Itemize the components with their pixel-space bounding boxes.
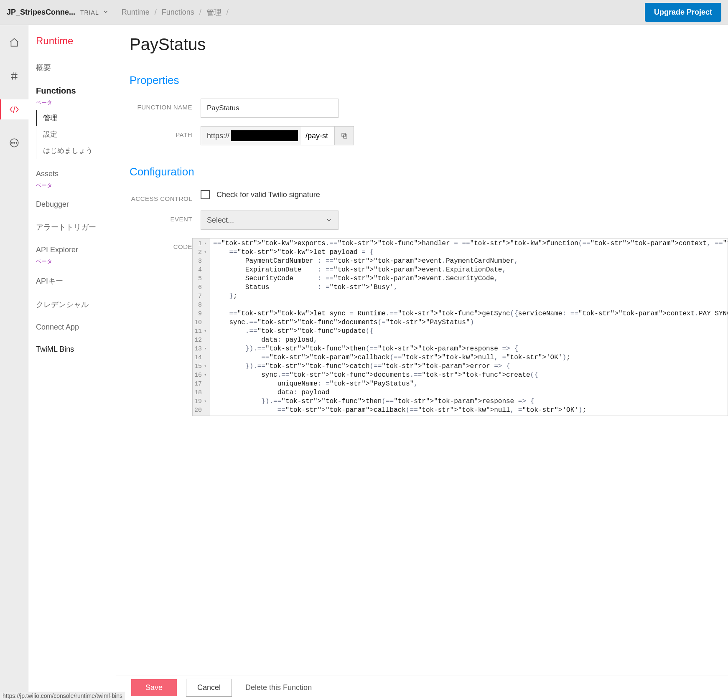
beta-badge: ベータ [36,182,109,189]
sidebar-item-api-keys[interactable]: APIキー [36,274,109,289]
code-editor[interactable]: 1▾2▾34567891011▾1213▾1415▾16▾171819▾20 =… [192,238,728,416]
access-control-checkbox-label: Check for valid Twilio signature [216,190,320,199]
sidebar: Runtime 概要 Functions ベータ 管理 設定 はじめましょう A… [28,25,116,700]
sidebar-item-alert-triggers[interactable]: アラートトリガー [36,220,109,235]
svg-line-4 [13,106,15,113]
upgrade-project-button[interactable]: Upgrade Project [645,3,721,22]
path-label: PATH [130,126,192,138]
access-control-label: ACCESS CONTROL [130,190,192,202]
beta-badge: ベータ [36,99,109,107]
sidebar-subitem-settings[interactable]: 設定 [36,126,109,142]
rail-runtime-icon[interactable] [0,99,28,119]
sidebar-item-api-explorer[interactable]: API Explorer [36,243,109,257]
breadcrumb-sep: / [199,8,201,17]
topbar: JP_StripesConne... TRIAL Runtime / Funct… [0,0,728,25]
breadcrumb: Runtime / Functions / 管理 / [119,8,231,18]
beta-badge: ベータ [36,258,109,265]
svg-point-7 [13,142,14,143]
access-control-checkbox[interactable] [201,190,210,199]
sidebar-item-debugger[interactable]: Debugger [36,198,109,211]
event-select[interactable]: Select... [201,211,339,230]
svg-point-6 [11,142,12,143]
sidebar-item-credentials[interactable]: クレデンシャル [36,297,109,312]
rail-home-icon[interactable] [0,33,28,53]
sidebar-title: Runtime [28,35,116,56]
page-title: PayStatus [130,35,728,54]
save-button[interactable]: Save [131,679,177,696]
copy-icon [341,132,348,139]
path-redacted [231,130,298,141]
path-suffix-input[interactable] [301,126,335,145]
sidebar-subitem-manage[interactable]: 管理 [36,110,109,126]
copy-path-button[interactable] [335,126,354,145]
sidebar-item-assets[interactable]: Assets [36,167,109,181]
path-prefix: https:// [201,126,301,145]
code-label: CODE [130,238,192,250]
rail-hash-icon[interactable] [0,66,28,86]
event-label: EVENT [130,211,192,223]
code-gutter: 1▾2▾34567891011▾1213▾1415▾16▾171819▾20 [193,238,210,416]
project-dropdown-icon[interactable] [102,8,109,16]
delete-function-link[interactable]: Delete this Function [245,683,312,692]
sidebar-subitem-getting-started[interactable]: はじめましょう [36,142,109,159]
svg-line-2 [12,72,13,79]
main-content: PayStatus Properties FUNCTION NAME PATH … [116,25,728,700]
sidebar-item-functions[interactable]: Functions [36,84,109,98]
sidebar-item-connect-app[interactable]: Connect App [36,320,109,334]
sidebar-item-overview[interactable]: 概要 [36,60,109,75]
trial-badge: TRIAL [80,9,99,16]
breadcrumb-item[interactable]: 管理 [206,8,221,18]
svg-point-8 [16,142,17,143]
function-name-input[interactable] [201,99,339,118]
breadcrumb-item[interactable]: Functions [162,8,194,17]
function-name-label: FUNCTION NAME [130,99,192,111]
svg-line-3 [15,72,16,79]
sidebar-item-twiml-bins[interactable]: TwiML Bins [36,342,109,356]
project-name[interactable]: JP_StripesConne... [7,8,75,17]
configuration-heading: Configuration [130,165,728,178]
breadcrumb-sep: / [227,8,229,17]
status-bar-url: https://jp.twilio.com/console/runtime/tw… [0,692,125,700]
properties-heading: Properties [130,74,728,87]
event-select-placeholder: Select... [207,216,234,225]
cancel-button[interactable]: Cancel [186,679,232,697]
rail-more-icon[interactable] [0,133,28,153]
chevron-down-icon [326,217,332,223]
code-body[interactable]: =="tok-str">"tok-kw">exports.=="tok-str"… [210,238,728,416]
icon-rail [0,25,28,700]
bottom-bar: Save Cancel Delete this Function [116,675,728,700]
breadcrumb-sep: / [155,8,157,17]
breadcrumb-item[interactable]: Runtime [122,8,150,17]
